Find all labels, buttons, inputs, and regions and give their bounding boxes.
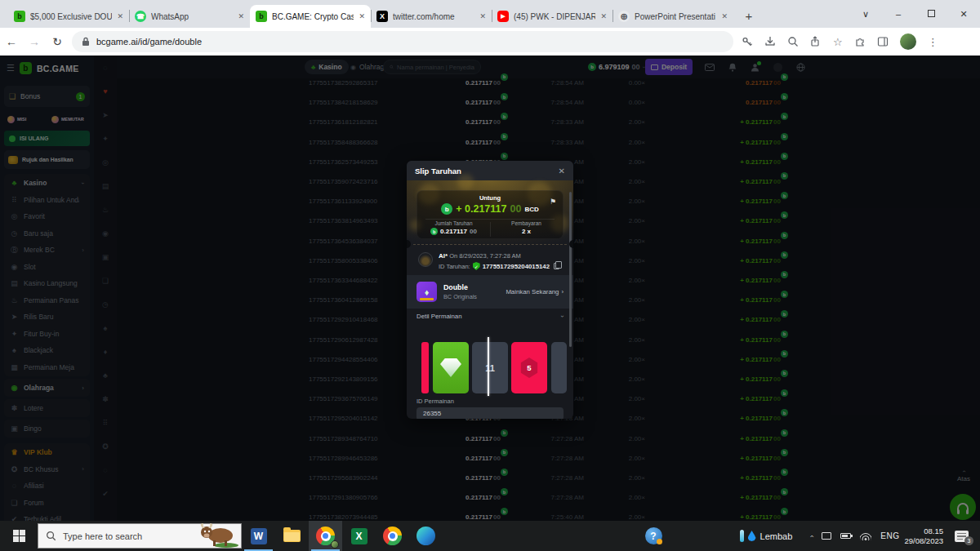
tab-favicon: X	[376, 11, 388, 22]
tab-title: twitter.com/home	[393, 12, 474, 21]
result-tile-red-partial	[421, 342, 429, 393]
browser-tab[interactable]: ⊕ PowerPoint Presentati ✕	[612, 5, 733, 28]
extensions-puzzle-icon[interactable]	[854, 36, 866, 47]
notification-badge: 3	[964, 536, 973, 545]
start-button[interactable]	[0, 521, 38, 551]
taskbar-app-chrome[interactable]	[376, 521, 409, 551]
address-bar-icons: ☆ ⋮	[742, 33, 938, 50]
window-close-button[interactable]: ✕	[947, 9, 980, 20]
url-bar[interactable]: bcgame.ai/id/game/double	[72, 31, 733, 52]
tab-close-icon[interactable]: ✕	[359, 12, 365, 20]
browser-address-bar: ← → ↻ bcgame.ai/id/game/double ☆ ⋮	[0, 28, 980, 56]
tray-chevron-icon[interactable]: ›	[808, 535, 816, 537]
reload-button[interactable]: ↻	[46, 35, 69, 48]
bet-amount-value: 0.217117	[440, 228, 467, 235]
tab-title: (45) PWK - DIPENJARA	[514, 12, 595, 21]
back-button[interactable]: ←	[0, 35, 23, 48]
tab-close-icon[interactable]: ✕	[238, 12, 244, 20]
bet-amount-label: Jumlah Taruhan	[417, 220, 490, 226]
taskbar-app-word[interactable]: W	[242, 521, 275, 551]
new-tab-button[interactable]: +	[738, 5, 760, 26]
side-panel-icon[interactable]	[877, 36, 889, 47]
modal-header: Slip Taruhan ✕	[407, 161, 573, 180]
payout-label: Pembayaran	[490, 220, 563, 226]
tab-favicon: ⊕	[618, 11, 630, 22]
edge-icon	[416, 527, 435, 545]
result-tile-gray-partial	[551, 342, 567, 393]
result-marker-line	[488, 337, 489, 396]
game-id-label: ID Permainan	[416, 398, 454, 405]
taskbar-app-edge[interactable]	[409, 521, 443, 551]
screen: b $5,000 Exclusive DOU ✕ ☎ WhatsApp ✕ b …	[0, 0, 980, 551]
hexagon-number: 5	[520, 358, 539, 378]
browser-tab[interactable]: ▶ (45) PWK - DIPENJARA ✕	[492, 5, 612, 28]
bet-user-line: Al* On 8/29/2023, 7:27:28 AM	[439, 252, 521, 260]
modal-scrollbar[interactable]	[569, 192, 572, 347]
double-game-icon: ♦	[416, 282, 437, 302]
tab-close-icon[interactable]: ✕	[117, 12, 123, 20]
window-minimize-button[interactable]: –	[882, 9, 915, 19]
browser-menu-icon[interactable]: ⋮	[928, 36, 938, 48]
forward-button[interactable]: →	[23, 35, 46, 48]
share-icon[interactable]	[810, 36, 822, 47]
window-maximize-button[interactable]	[915, 9, 947, 19]
bet-timestamp: On 8/29/2023, 7:27:28 AM	[449, 252, 521, 260]
result-tile-gray: 11	[472, 342, 508, 393]
result-tile-red: 5	[511, 342, 547, 393]
chevron-right-icon: ›	[561, 288, 564, 295]
share-flag-icon[interactable]: ⚑	[550, 198, 556, 206]
result-tile-gem	[433, 342, 469, 393]
tab-title: PowerPoint Presentati	[635, 12, 716, 21]
browser-tab[interactable]: b $5,000 Exclusive DOU ✕	[8, 5, 129, 28]
browser-tabs: b $5,000 Exclusive DOU ✕ ☎ WhatsApp ✕ b …	[8, 5, 733, 28]
bcd-coin-icon: b	[441, 203, 452, 215]
payout-block: Pembayaran 2 x	[490, 220, 563, 235]
tablet-icon[interactable]	[822, 532, 831, 540]
weather-widget[interactable]: Lembab	[740, 530, 793, 542]
tab-close-icon[interactable]: ✕	[721, 12, 728, 20]
zoom-icon[interactable]	[787, 36, 799, 47]
browser-tab[interactable]: X twitter.com/home ✕	[371, 5, 492, 28]
get-help-icon[interactable]: ?	[645, 527, 662, 544]
notification-center-icon[interactable]: 3	[955, 531, 969, 542]
browser-tab[interactable]: ☎ WhatsApp ✕	[129, 5, 250, 28]
tab-search-chevron-icon[interactable]: ∨	[849, 9, 882, 20]
taskbar-app-explorer[interactable]	[275, 521, 309, 551]
bcgame-page: ☰ b BC.GAME ❑ Bonus 1 MISI MEMUTAR ISI U…	[0, 56, 980, 521]
password-key-icon[interactable]	[742, 36, 753, 47]
taskbar-app-chrome-active[interactable]	[309, 521, 342, 551]
language-indicator[interactable]: ENG	[880, 531, 899, 540]
lock-icon	[82, 37, 90, 47]
save-download-icon[interactable]	[764, 36, 776, 47]
chevron-down-icon: ›	[559, 315, 566, 318]
game-detail-toggle[interactable]: Detil Permainan ›	[416, 313, 564, 320]
window-controls: ∨ – ✕	[849, 0, 980, 28]
browser-tab[interactable]: b BC.GAME: Crypto Casi ✕	[250, 5, 371, 28]
clock-date: 29/08/2023	[904, 536, 943, 546]
taskbar-clock[interactable]: 08.15 29/08/2023	[904, 527, 943, 546]
water-drop-icon	[748, 531, 756, 541]
browser-profile-avatar[interactable]	[900, 33, 916, 50]
taskbar-search-input[interactable]: Type here to search	[38, 523, 242, 549]
profit-amount-decimals: 00	[510, 203, 521, 215]
copy-icon[interactable]	[554, 263, 559, 269]
bookmark-star-icon[interactable]: ☆	[833, 36, 843, 48]
tab-favicon: b	[256, 11, 267, 22]
taskbar-app-excel[interactable]: X	[342, 521, 376, 551]
battery-icon[interactable]	[840, 533, 851, 539]
taskbar-search-placeholder: Type here to search	[63, 531, 142, 541]
tab-favicon: ▶	[497, 11, 509, 22]
bet-amount-decimals: 00	[470, 228, 477, 235]
taskbar-right: ? Lembab › ENG 08.15 29/08/2023 3	[645, 521, 980, 551]
close-icon[interactable]: ✕	[559, 167, 565, 176]
ticket-notch	[569, 240, 573, 248]
play-now-link[interactable]: Mainkan Sekarang ›	[506, 288, 564, 295]
bet-amount-block: Jumlah Taruhan b 0.21711700	[417, 220, 490, 235]
wifi-icon[interactable]	[860, 532, 871, 540]
tab-close-icon[interactable]: ✕	[479, 12, 486, 20]
game-name: Double	[443, 283, 506, 291]
game-id-input[interactable]: 26355	[416, 407, 564, 419]
ox-image	[195, 521, 239, 548]
windows-taskbar: Type here to search W X ? Lembab	[0, 521, 980, 551]
tab-close-icon[interactable]: ✕	[600, 12, 607, 20]
